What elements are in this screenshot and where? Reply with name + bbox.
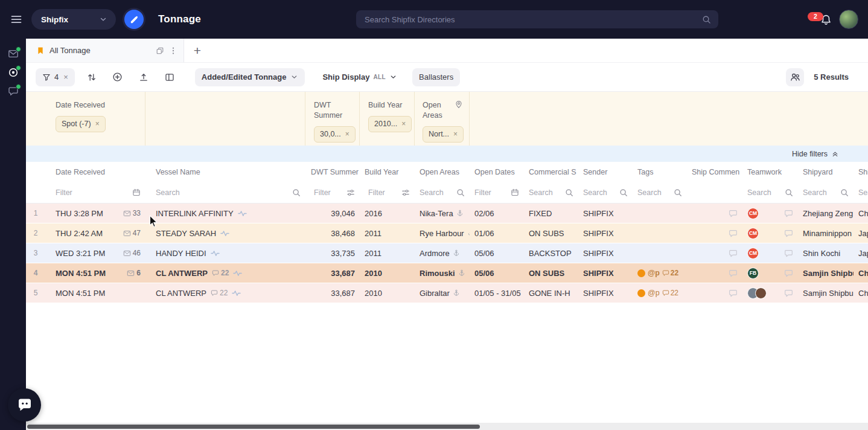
add-comment-icon[interactable] <box>729 209 738 218</box>
added-edited-dropdown[interactable]: Added/Edited Tonnage <box>195 68 305 86</box>
col-header-open-areas[interactable]: Open Areas <box>415 162 470 182</box>
tag-comments-badge[interactable]: 22 <box>662 289 678 297</box>
clear-filters-icon[interactable]: × <box>63 72 68 82</box>
filter-sender[interactable]: Search <box>578 182 633 203</box>
filter-chip-dwt-summer[interactable]: 30,0... × <box>314 126 356 143</box>
avatar[interactable]: FB <box>747 268 759 279</box>
cell-vessel-name[interactable]: CL ANTWERP 22 <box>145 283 305 303</box>
table-row[interactable]: 2 THU 2:42 AM 47 STEADY SARAH 38,468 201… <box>26 223 868 243</box>
col-header-commercial-status[interactable]: Commercial S <box>524 162 578 182</box>
tag-mention[interactable]: @p <box>648 289 660 297</box>
add-comment-icon[interactable] <box>784 229 793 238</box>
cell-commercial-status: GONE IN-H <box>524 283 578 303</box>
workspace-selector[interactable]: Shipfix <box>31 9 116 30</box>
compose-button[interactable] <box>124 10 144 29</box>
add-tonnage-button[interactable] <box>109 68 127 86</box>
sort-button[interactable] <box>83 68 101 86</box>
add-comment-icon[interactable] <box>729 229 738 238</box>
cell-vessel-name[interactable]: STEADY SARAH <box>145 223 305 243</box>
filter-date-received[interactable]: Filter <box>45 182 145 203</box>
filter-vessel-name[interactable]: Search <box>145 182 305 203</box>
cell-vessel-name[interactable]: INTERLINK AFFINITY <box>145 204 305 223</box>
col-header-date-received[interactable]: Date Received <box>45 162 145 182</box>
avatar[interactable]: CM <box>747 248 759 259</box>
filter-open-areas[interactable]: Search <box>415 182 470 203</box>
remove-chip-icon[interactable]: × <box>345 130 349 138</box>
activity-sparkline-icon <box>220 229 229 238</box>
filter-chip-date-received[interactable]: Spot (-7) × <box>56 116 106 132</box>
filter-shipyard-country[interactable]: Search <box>854 182 868 203</box>
filter-tags[interactable]: Search <box>633 182 687 203</box>
add-comment-icon[interactable] <box>729 289 738 298</box>
sidebar-item-tonnage[interactable] <box>8 67 19 78</box>
remove-chip-icon[interactable]: × <box>401 120 406 128</box>
table-row[interactable]: 3 WED 3:21 PM 46 HANDY HEIDI 33,735 2011… <box>26 243 868 263</box>
tag-comments-badge[interactable]: 22 <box>662 269 678 277</box>
add-comment-icon[interactable] <box>784 249 793 258</box>
filter-shipyard[interactable]: Search <box>798 182 854 203</box>
avatar[interactable]: CM <box>747 228 759 239</box>
email-count-badge[interactable]: 47 <box>123 229 141 237</box>
notifications[interactable]: 2 <box>808 14 832 25</box>
anchor-icon <box>456 210 464 217</box>
filter-chip-build-year[interactable]: 2010... × <box>368 116 412 132</box>
filter-build-year[interactable]: Filter <box>360 182 415 203</box>
horizontal-scrollbar[interactable] <box>26 423 868 430</box>
add-comment-icon[interactable] <box>784 209 793 218</box>
col-header-sender[interactable]: Sender <box>578 162 633 182</box>
filter-commercial-status[interactable]: Search <box>524 182 578 203</box>
kebab-menu-icon[interactable] <box>169 47 177 55</box>
table-row[interactable]: 4 MON 4:51 PM 6 CL ANTWERP 22 33,687 201… <box>26 263 868 283</box>
collaborators-button[interactable] <box>786 68 804 86</box>
remove-chip-icon[interactable]: × <box>453 130 458 138</box>
user-avatar[interactable] <box>839 10 858 29</box>
col-header-shipyard[interactable]: Shipyard <box>798 162 854 182</box>
col-header-ship-comments[interactable]: Ship Commen <box>687 162 742 182</box>
col-header-shipyard-country[interactable]: Ship <box>854 162 868 182</box>
hamburger-menu-icon[interactable] <box>10 13 23 26</box>
filter-chip-open-areas[interactable]: Nort... × <box>423 126 464 143</box>
duplicate-view-icon[interactable] <box>156 47 164 55</box>
add-tab-button[interactable]: + <box>184 39 211 62</box>
scrollbar-thumb[interactable] <box>27 425 480 429</box>
tab-all-tonnage[interactable]: All Tonnage <box>26 39 184 62</box>
col-header-dwt-summer[interactable]: DWT Summer <box>305 162 360 182</box>
columns-button[interactable] <box>161 68 179 86</box>
global-search[interactable] <box>356 10 718 28</box>
tag-mention[interactable]: @p <box>648 269 660 277</box>
col-header-teamwork[interactable]: Teamwork <box>742 162 798 182</box>
add-comment-icon[interactable] <box>784 289 793 298</box>
table-row[interactable]: 1 THU 3:28 PM 33 INTERLINK AFFINITY 39,0… <box>26 204 868 223</box>
add-comment-icon[interactable] <box>729 269 738 278</box>
filter-open-dates[interactable]: Filter <box>470 182 524 203</box>
add-comment-icon[interactable] <box>729 249 738 258</box>
filter-dwt-summer[interactable]: Filter <box>305 182 360 203</box>
email-count-badge[interactable]: 6 <box>127 269 141 277</box>
remove-chip-icon[interactable]: × <box>95 120 100 128</box>
ballasters-button[interactable]: Ballasters <box>412 68 460 86</box>
email-count-badge[interactable]: 46 <box>123 249 141 257</box>
ship-display-dropdown[interactable]: Ship Display ALL <box>322 72 397 82</box>
cell-vessel-name[interactable]: CL ANTWERP 22 <box>145 263 305 283</box>
filters-button[interactable]: 4 × <box>36 68 75 86</box>
add-comment-icon[interactable] <box>784 269 793 278</box>
sidebar-item-chats[interactable] <box>8 86 19 97</box>
cell-vessel-name[interactable]: HANDY HEIDI <box>145 243 305 263</box>
col-header-tags[interactable]: Tags <box>633 162 687 182</box>
avatar[interactable] <box>755 287 767 299</box>
email-count-badge[interactable]: 33 <box>123 209 141 217</box>
avatar[interactable]: CM <box>747 208 759 219</box>
map-pin-icon[interactable] <box>455 100 463 109</box>
table-row[interactable]: 5 MON 4:51 PM CL ANTWERP 22 33,687 2010 … <box>26 283 868 303</box>
sidebar-item-mails[interactable] <box>8 48 19 59</box>
col-header-build-year[interactable]: Build Year <box>360 162 415 182</box>
filter-teamwork[interactable]: Search <box>742 182 798 203</box>
vessel-comments-badge[interactable]: 22 <box>212 269 229 277</box>
export-button[interactable] <box>135 68 153 86</box>
global-search-input[interactable] <box>363 14 702 25</box>
support-chat-widget[interactable] <box>8 388 41 422</box>
col-header-open-dates[interactable]: Open Dates <box>470 162 524 182</box>
vessel-comments-badge[interactable]: 22 <box>211 289 228 297</box>
hide-filters-bar[interactable]: Hide filters <box>26 146 868 162</box>
col-header-vessel-name[interactable]: Vessel Name <box>145 162 305 182</box>
